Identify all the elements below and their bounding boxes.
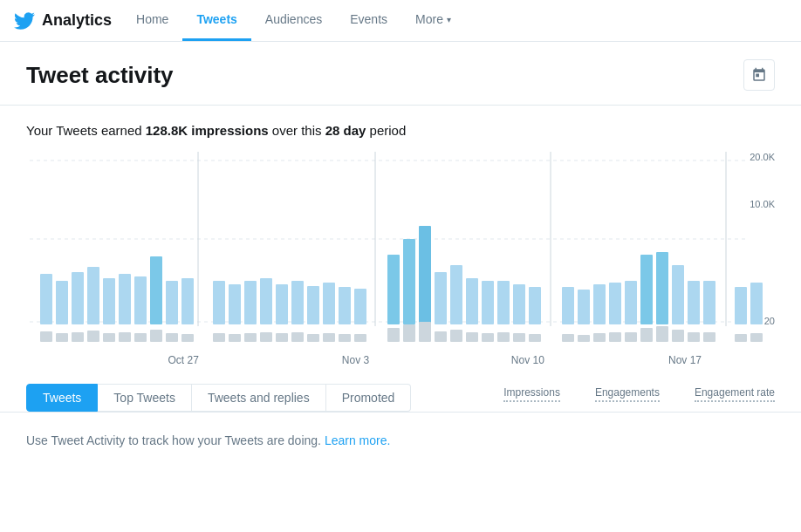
svg-rect-89: [735, 334, 747, 342]
footer-section: Use Tweet Activity to track how your Twe…: [0, 413, 801, 468]
svg-rect-9: [72, 272, 84, 324]
svg-rect-16: [181, 278, 194, 324]
svg-rect-12: [119, 274, 131, 324]
svg-rect-68: [354, 334, 366, 342]
svg-rect-29: [419, 226, 431, 324]
svg-rect-37: [562, 287, 574, 324]
svg-rect-61: [244, 333, 257, 342]
tab-promoted[interactable]: Promoted: [326, 384, 412, 412]
nav-link-events[interactable]: Events: [336, 0, 401, 41]
svg-rect-51: [72, 332, 84, 342]
date-label-oct27: Oct 27: [168, 354, 198, 366]
svg-rect-55: [134, 333, 147, 342]
y-axis-labels: 20.0K 10.0K 20: [750, 152, 775, 326]
svg-rect-18: [229, 284, 241, 324]
svg-rect-59: [213, 333, 225, 342]
svg-rect-67: [339, 334, 351, 342]
svg-rect-53: [103, 333, 115, 342]
svg-rect-82: [609, 332, 621, 342]
svg-rect-56: [150, 330, 162, 342]
footer-text: Use Tweet Activity to track how your Twe…: [26, 433, 325, 447]
date-label-nov3: Nov 3: [342, 354, 369, 366]
nav-link-home[interactable]: Home: [122, 0, 182, 41]
twitter-logo-icon: [14, 10, 35, 31]
nav-link-audiences[interactable]: Audiences: [251, 0, 336, 41]
tab-tweets-replies[interactable]: Tweets and replies: [192, 384, 326, 412]
svg-rect-33: [482, 281, 494, 324]
svg-rect-27: [387, 255, 400, 324]
svg-rect-11: [103, 278, 115, 324]
page-header: Tweet activity: [0, 42, 801, 106]
svg-rect-19: [244, 281, 257, 324]
chart-area: 20.0K 10.0K 20: [0, 152, 801, 370]
svg-rect-73: [450, 330, 462, 342]
column-headers: Impressions Engagements Engagement rate: [503, 386, 775, 409]
svg-rect-30: [435, 272, 447, 324]
svg-rect-62: [260, 332, 272, 342]
svg-rect-64: [291, 332, 304, 342]
summary-text: Your Tweets earned 128.8K impressions ov…: [26, 123, 775, 138]
tab-group: Tweets Top Tweets Tweets and replies Pro…: [26, 384, 411, 412]
svg-rect-45: [688, 281, 700, 324]
tabs-section: Tweets Top Tweets Tweets and replies Pro…: [0, 373, 801, 413]
svg-rect-71: [419, 322, 431, 342]
nav-link-tweets[interactable]: Tweets: [182, 0, 250, 41]
svg-rect-40: [609, 283, 621, 324]
calendar-button[interactable]: [743, 59, 775, 91]
nav-link-more[interactable]: More ▾: [401, 0, 465, 41]
svg-rect-23: [307, 286, 319, 324]
svg-rect-86: [672, 330, 684, 342]
tab-tweets[interactable]: Tweets: [26, 384, 98, 412]
svg-rect-69: [387, 328, 400, 342]
svg-rect-58: [181, 334, 194, 342]
svg-rect-52: [87, 331, 99, 342]
nav-links: Home Tweets Audiences Events More ▾: [122, 0, 465, 41]
svg-rect-49: [40, 331, 52, 342]
svg-rect-83: [625, 332, 637, 342]
svg-rect-15: [166, 281, 178, 324]
svg-rect-31: [450, 265, 462, 324]
svg-rect-39: [593, 284, 606, 324]
col-header-engagement-rate[interactable]: Engagement rate: [695, 386, 775, 402]
svg-rect-57: [166, 333, 178, 342]
svg-rect-22: [291, 281, 304, 324]
svg-rect-77: [513, 333, 525, 342]
svg-rect-66: [323, 333, 335, 342]
y-label-top: 20.0K: [750, 152, 775, 162]
svg-rect-7: [40, 274, 52, 324]
impressions-value: 128.8K impressions: [146, 123, 269, 138]
summary-middle: over this: [269, 123, 325, 138]
svg-rect-8: [56, 281, 68, 324]
col-header-impressions[interactable]: Impressions: [503, 386, 560, 402]
svg-rect-90: [750, 333, 763, 342]
svg-rect-87: [688, 332, 700, 342]
svg-rect-32: [466, 278, 478, 324]
svg-rect-14: [150, 256, 162, 324]
svg-rect-75: [482, 333, 494, 342]
tab-top-tweets[interactable]: Top Tweets: [98, 384, 192, 412]
svg-rect-42: [640, 255, 653, 324]
svg-rect-85: [656, 326, 668, 342]
date-label-nov10: Nov 10: [511, 354, 544, 366]
svg-rect-78: [529, 334, 541, 342]
svg-rect-54: [119, 332, 131, 342]
svg-rect-10: [87, 267, 99, 324]
brand-name: Analytics: [42, 11, 112, 30]
svg-rect-28: [403, 239, 415, 324]
calendar-icon: [751, 67, 767, 83]
svg-rect-46: [703, 281, 715, 324]
svg-rect-70: [403, 324, 415, 342]
svg-rect-25: [339, 287, 351, 324]
svg-rect-38: [578, 290, 590, 324]
date-labels: Oct 27 Nov 3 Nov 10 Nov 17: [26, 354, 775, 370]
y-label-mid: 10.0K: [750, 199, 775, 209]
learn-more-link[interactable]: Learn more.: [325, 433, 390, 447]
svg-rect-41: [625, 281, 637, 324]
svg-rect-21: [276, 284, 288, 324]
chevron-down-icon: ▾: [447, 15, 451, 24]
col-header-engagements[interactable]: Engagements: [595, 386, 660, 402]
svg-rect-20: [260, 278, 272, 324]
svg-rect-17: [213, 281, 225, 324]
date-label-nov17: Nov 17: [668, 354, 702, 366]
summary-suffix: period: [366, 123, 406, 138]
